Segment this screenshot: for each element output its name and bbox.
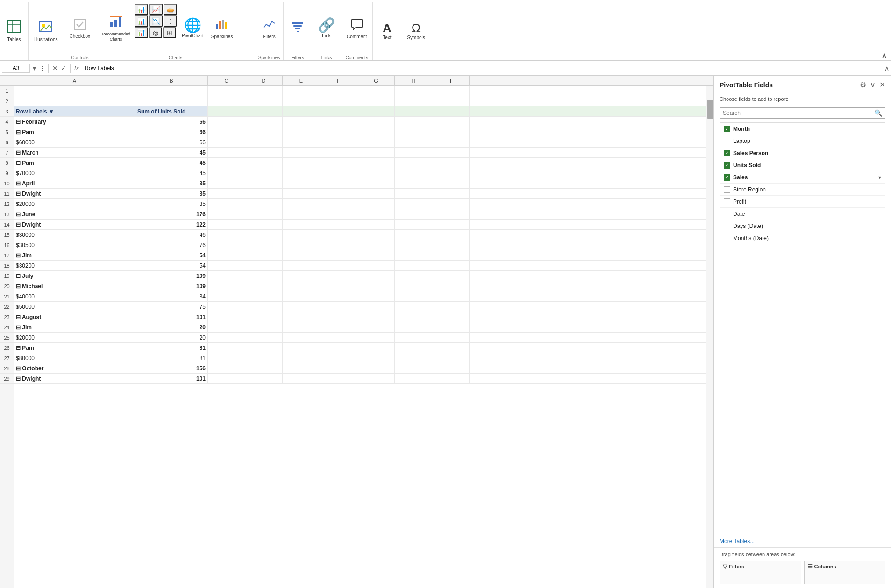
cell-H15[interactable] — [395, 230, 432, 240]
cell-F9[interactable] — [320, 168, 357, 178]
cell-E24[interactable] — [283, 322, 320, 332]
cell-F8[interactable] — [320, 158, 357, 168]
cell-C25[interactable] — [208, 333, 245, 342]
cell-B28[interactable]: 156 — [135, 363, 208, 373]
field-checkbox-sales[interactable]: ✓ — [724, 174, 730, 181]
cell-G20[interactable] — [357, 281, 395, 291]
table-row[interactable]: Row Labels ▼Sum of Units Sold — [14, 106, 706, 117]
cell-C4[interactable] — [208, 117, 245, 127]
cell-G25[interactable] — [357, 333, 395, 342]
cell-I2[interactable] — [432, 96, 470, 106]
cell-H13[interactable] — [395, 209, 432, 219]
cell-H28[interactable] — [395, 363, 432, 373]
table-row[interactable]: ⊟ Pam45 — [14, 158, 706, 168]
cell-E7[interactable] — [283, 148, 320, 157]
cell-G19[interactable] — [357, 271, 395, 281]
cell-F24[interactable] — [320, 322, 357, 332]
cell-G18[interactable] — [357, 261, 395, 270]
cell-G3[interactable] — [357, 106, 395, 116]
cell-I23[interactable] — [432, 312, 470, 322]
cell-E3[interactable] — [283, 106, 320, 116]
pivotchart-button[interactable]: Sparklines — [208, 4, 236, 53]
cell-G28[interactable] — [357, 363, 395, 373]
cell-A2[interactable] — [14, 96, 135, 106]
cell-H10[interactable] — [395, 178, 432, 188]
cell-A6[interactable]: $60000 — [14, 137, 135, 147]
field-checkbox-days-date[interactable] — [724, 223, 730, 229]
field-checkbox-store-region[interactable] — [724, 186, 730, 193]
cell-D4[interactable] — [245, 117, 283, 127]
cell-B27[interactable]: 81 — [135, 353, 208, 363]
cell-E21[interactable] — [283, 291, 320, 301]
cell-B1[interactable] — [135, 86, 208, 96]
cell-I9[interactable] — [432, 168, 470, 178]
pivot-field-laptop[interactable]: Laptop — [720, 135, 885, 147]
table-row[interactable]: ⊟ April35 — [14, 178, 706, 189]
cell-G5[interactable] — [357, 127, 395, 137]
table-row[interactable]: ⊟ Dwight35 — [14, 189, 706, 199]
cell-C2[interactable] — [208, 96, 245, 106]
cell-E11[interactable] — [283, 189, 320, 198]
cell-G4[interactable] — [357, 117, 395, 127]
cell-C12[interactable] — [208, 199, 245, 209]
cell-A18[interactable]: $30200 — [14, 261, 135, 270]
table-row[interactable]: ⊟ June176 — [14, 209, 706, 220]
cell-I28[interactable] — [432, 363, 470, 373]
cell-C28[interactable] — [208, 363, 245, 373]
table-row[interactable]: ⊟ Pam66 — [14, 127, 706, 137]
pivot-field-months-date[interactable]: Months (Date) — [720, 232, 885, 244]
cell-F7[interactable] — [320, 148, 357, 157]
cell-I16[interactable] — [432, 240, 470, 250]
cell-C7[interactable] — [208, 148, 245, 157]
cell-I12[interactable] — [432, 199, 470, 209]
cell-B13[interactable]: 176 — [135, 209, 208, 219]
cell-B5[interactable]: 66 — [135, 127, 208, 137]
cell-C17[interactable] — [208, 250, 245, 260]
cell-F11[interactable] — [320, 189, 357, 198]
cell-H9[interactable] — [395, 168, 432, 178]
cell-G15[interactable] — [357, 230, 395, 240]
cell-H5[interactable] — [395, 127, 432, 137]
cell-D6[interactable] — [245, 137, 283, 147]
pivot-field-days-date[interactable]: Days (Date) — [720, 220, 885, 232]
cell-C8[interactable] — [208, 158, 245, 168]
cell-B11[interactable]: 35 — [135, 189, 208, 198]
cell-I6[interactable] — [432, 137, 470, 147]
cell-D11[interactable] — [245, 189, 283, 198]
cell-B19[interactable]: 109 — [135, 271, 208, 281]
cell-D27[interactable] — [245, 353, 283, 363]
cell-H4[interactable] — [395, 117, 432, 127]
illustrations-button[interactable]: Illustrations — [31, 4, 61, 58]
cell-I10[interactable] — [432, 178, 470, 188]
cell-D17[interactable] — [245, 250, 283, 260]
cell-B29[interactable]: 101 — [135, 374, 208, 383]
pivot-settings-icon[interactable]: ⚙ — [860, 80, 866, 89]
cell-D22[interactable] — [245, 302, 283, 312]
table-row[interactable]: $7000045 — [14, 168, 706, 178]
table-row[interactable]: ⊟ Pam81 — [14, 343, 706, 353]
more-tables-link[interactable]: More Tables... — [714, 535, 891, 547]
cell-I21[interactable] — [432, 291, 470, 301]
cell-H3[interactable] — [395, 106, 432, 116]
cell-B17[interactable]: 54 — [135, 250, 208, 260]
cell-I18[interactable] — [432, 261, 470, 270]
cell-F25[interactable] — [320, 333, 357, 342]
cell-A12[interactable]: $20000 — [14, 199, 135, 209]
cell-H20[interactable] — [395, 281, 432, 291]
cell-E8[interactable] — [283, 158, 320, 168]
cell-E9[interactable] — [283, 168, 320, 178]
cell-A7[interactable]: ⊟ March — [14, 148, 135, 157]
field-checkbox-units-sold[interactable]: ✓ — [724, 162, 730, 169]
checkbox-button[interactable]: Checkbox — [67, 4, 93, 53]
cell-D7[interactable] — [245, 148, 283, 157]
cell-D28[interactable] — [245, 363, 283, 373]
table-row[interactable]: $4000034 — [14, 291, 706, 302]
cell-F1[interactable] — [320, 86, 357, 96]
cell-E5[interactable] — [283, 127, 320, 137]
cell-B20[interactable]: 109 — [135, 281, 208, 291]
cell-E6[interactable] — [283, 137, 320, 147]
cell-C1[interactable] — [208, 86, 245, 96]
cell-B10[interactable]: 35 — [135, 178, 208, 188]
cell-F29[interactable] — [320, 374, 357, 383]
formula-input[interactable] — [83, 64, 883, 72]
